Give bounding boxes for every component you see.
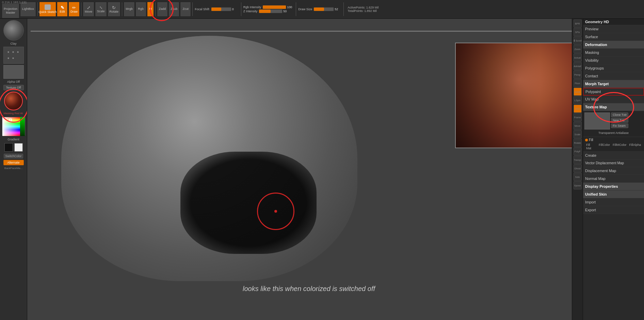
main-viewport[interactable]: looks like this when colorized is switch…	[27, 19, 605, 320]
fill-color-option[interactable]: FillColor	[598, 143, 611, 150]
main-content: 0.216,1.183,1.131 Projection Master Ligh…	[0, 0, 644, 320]
stats-info: ActivePoints: 1.629 Mil TotalPoints: 1.8…	[348, 6, 379, 13]
color-picker[interactable]	[2, 117, 25, 136]
brush-label: Clay	[10, 42, 16, 45]
scroll-button[interactable]: ⇕Scroll	[574, 36, 582, 45]
surface-menu-item[interactable]: Surface	[583, 33, 644, 41]
uv-map-menu-item[interactable]: UV Map	[583, 95, 644, 103]
fix-seam-button[interactable]: Fix Seam	[611, 123, 628, 128]
fill-alpha-option[interactable]: FillAlpha	[628, 143, 642, 150]
switch-color-button[interactable]: SwitchColor	[4, 154, 23, 158]
alpha-off-label: Alpha Off	[7, 80, 20, 83]
aahalf-button[interactable]: AAHalf	[574, 62, 582, 70]
fill-section: Fill Fill Mat FillColor FillMColor FillA…	[583, 137, 644, 152]
projection-master-button[interactable]: Projection Master	[2, 3, 19, 18]
texture-off-button[interactable]: Texture Off	[3, 85, 24, 90]
rgb-intensity-group: Rgb Intensity 100 Z Intensity 50	[243, 5, 294, 13]
contact-menu-item[interactable]: Contact	[583, 72, 644, 80]
top-toolbar: 0.216,1.183,1.131 Projection Master Ligh…	[0, 0, 644, 19]
zoom-button[interactable]: Zoom	[574, 45, 582, 53]
transparent-antialiase-label: Transparent Antialiase	[584, 131, 643, 135]
draw-size-slider[interactable]	[313, 7, 334, 11]
move-button[interactable]: ⤢ Move	[83, 2, 94, 17]
lsym-button[interactable]: LSym	[574, 96, 582, 104]
transp-button[interactable]: Transp	[574, 156, 582, 164]
quick-sketch-button[interactable]: Quick Sketch	[39, 2, 56, 17]
display-properties-menu-item[interactable]: Display Properties	[583, 183, 644, 191]
xpose-button[interactable]: Xpose	[574, 181, 582, 189]
masking-menu-item[interactable]: Masking	[583, 49, 644, 57]
material-sphere[interactable]	[4, 92, 23, 110]
focal-shift-group: Focal Shift 0	[195, 7, 239, 11]
texture-map-menu-item[interactable]: Texture Map	[583, 103, 644, 111]
viewport-progress-bar	[31, 31, 601, 32]
focal-shift-slider[interactable]	[211, 7, 231, 11]
white-swatch[interactable]	[14, 143, 23, 152]
fill-mcolor-option[interactable]: FillMColor	[612, 143, 628, 150]
create-button[interactable]: Create	[583, 152, 644, 159]
main-3d-head[interactable]	[61, 36, 357, 281]
displacement-map-menu-item[interactable]: Displacement Map	[583, 167, 644, 175]
preview-menu-item[interactable]: Preview	[583, 25, 644, 33]
gradient-label: Gradient	[7, 138, 19, 141]
rotate-icon-button[interactable]: Rotate	[574, 139, 582, 147]
draw-button[interactable]: ✏ Draw	[68, 2, 80, 17]
right-panel: Geometry HD Preview Surface Deformation …	[583, 19, 644, 320]
masking-label: Masking Red W.	[3, 112, 23, 115]
polyf-button[interactable]: PolyF	[574, 147, 582, 155]
zadd-button[interactable]: Zadd	[157, 2, 168, 17]
separator-8	[343, 2, 344, 16]
import-menu-item[interactable]: Import	[583, 198, 644, 206]
fill-options-row: Fill Mat FillColor FillMColor FillAlpha	[585, 143, 642, 150]
separator-2	[81, 2, 81, 16]
polygroups-menu-item[interactable]: Polygroups	[583, 64, 644, 72]
polypaint-menu-item[interactable]: Polypaint	[583, 88, 644, 95]
scale-icon-button[interactable]: Scale	[574, 130, 582, 138]
scale-button[interactable]: ⤡ Scale	[95, 2, 107, 17]
clone-txtr-button[interactable]: Clone Txtr	[611, 112, 628, 117]
m-button[interactable]: M	[147, 2, 154, 17]
rotate-button[interactable]: ↻ Rotate	[108, 2, 121, 17]
morph-target-menu-item[interactable]: Morph Target	[583, 80, 644, 88]
edit-button[interactable]: ✎ Edit	[57, 2, 68, 17]
actual-button[interactable]: Actual	[574, 54, 582, 62]
floor-button[interactable]: Floor	[574, 79, 582, 87]
z-intensity-slider[interactable]	[259, 9, 283, 13]
fill-dot	[585, 139, 588, 141]
rgb-intensity-slider[interactable]	[262, 5, 286, 9]
unified-skin-menu-item[interactable]: Unified Skin	[583, 191, 644, 198]
separator-1	[37, 2, 38, 16]
alpha-preview[interactable]: • • •• •	[3, 47, 24, 64]
rgb-button[interactable]: Rgb	[135, 2, 146, 17]
visibility-menu-item[interactable]: Visibility	[583, 57, 644, 64]
local-button[interactable]: Local	[574, 88, 582, 96]
black-swatch[interactable]	[4, 143, 13, 152]
xyz-button[interactable]: XYZ	[574, 105, 582, 113]
fill-label: Fill	[589, 138, 593, 142]
fill-mat-option[interactable]: Fill Mat	[585, 143, 597, 150]
backface-label: BackFaceMa...	[4, 167, 22, 170]
deformation-menu-item[interactable]: Deformation	[583, 41, 644, 49]
left-panel: Clay • • •• • Alpha Off Texture Off Mask…	[0, 19, 27, 320]
face-mask-dark	[180, 152, 317, 254]
persp-button[interactable]: Persp	[574, 71, 582, 79]
zcut-button[interactable]: Zcut	[180, 2, 191, 17]
new-txtr-button[interactable]: New Txtr	[611, 118, 628, 123]
solo-button[interactable]: Solo	[574, 173, 582, 181]
zsub-button[interactable]: Zsub	[168, 2, 179, 17]
mrgb-button[interactable]: Mrgb	[124, 2, 135, 17]
separator-4	[155, 2, 156, 16]
move-icon-button[interactable]: Move	[574, 122, 582, 130]
alpha-off-preview[interactable]	[3, 65, 24, 79]
ghost-button[interactable]: Ghost	[574, 164, 582, 172]
normal-map-menu-item[interactable]: Normal Map	[583, 175, 644, 183]
export-menu-item[interactable]: Export	[583, 206, 644, 214]
bpr-button[interactable]: BPR	[574, 19, 582, 28]
separator-7	[296, 2, 296, 16]
brush-preview[interactable]	[3, 20, 24, 41]
spix-button[interactable]: SPix	[574, 28, 582, 36]
texture-preview-box[interactable]	[584, 112, 610, 129]
alternate-button[interactable]: Alternate	[3, 160, 24, 165]
frame-button[interactable]: Frame	[574, 113, 582, 121]
vector-displacement-menu-item[interactable]: Vector Displacement Map	[583, 159, 644, 167]
